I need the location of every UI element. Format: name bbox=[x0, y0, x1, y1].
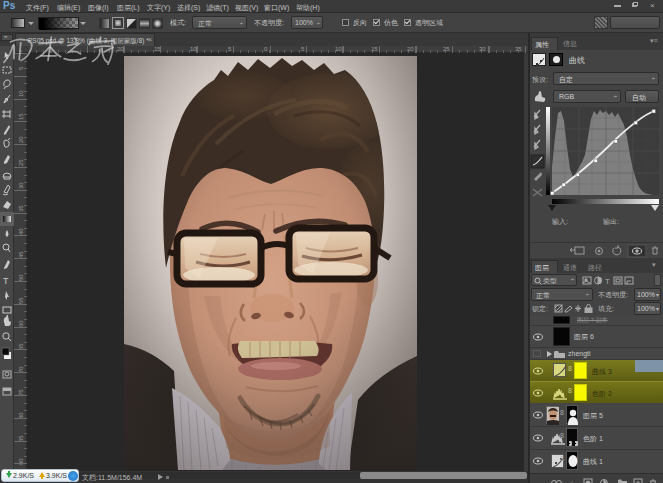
svg-text:T: T bbox=[605, 277, 610, 285]
svg-text:T: T bbox=[3, 276, 9, 286]
svg-text:输出:: 输出: bbox=[603, 218, 619, 226]
svg-text:输入:: 输入: bbox=[552, 218, 568, 226]
